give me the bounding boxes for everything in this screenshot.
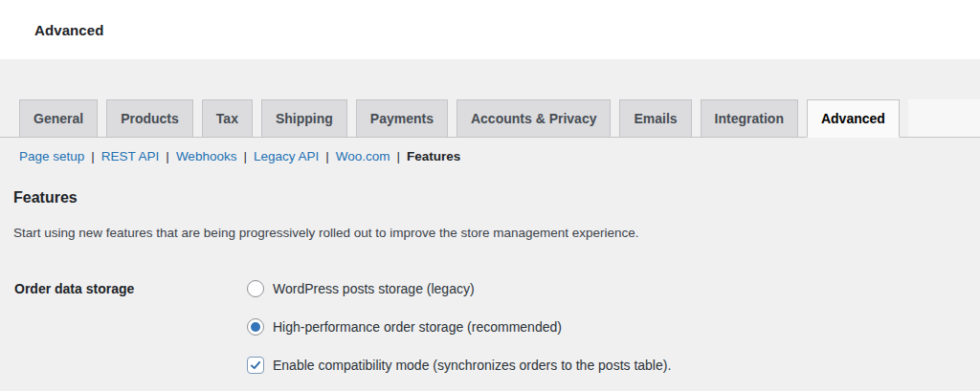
tab-emails[interactable]: Emails [619, 99, 691, 138]
option-label[interactable]: WordPress posts storage (legacy) [273, 281, 475, 296]
order-data-storage-options: WordPress posts storage (legacy)High-per… [247, 280, 671, 374]
subnav-separator: | [166, 149, 169, 163]
tab-general[interactable]: General [19, 99, 98, 138]
section-description: Start using new features that are being … [13, 226, 980, 240]
settings-page-body: GeneralProductsTaxShippingPaymentsAccoun… [0, 59, 980, 391]
subnav-separator: | [243, 149, 247, 163]
option-label[interactable]: Enable compatibility mode (synchronizes … [273, 358, 671, 373]
option-row-enable-compatibility-mode-synchronizes-orders-to-the-posts-table[interactable]: Enable compatibility mode (synchronizes … [247, 357, 671, 374]
tab-integration[interactable]: Integration [701, 99, 798, 138]
option-row-wordpress-posts-storage-legacy[interactable]: WordPress posts storage (legacy) [247, 280, 671, 297]
subnav-separator: | [397, 149, 401, 163]
section-heading: Features [13, 189, 980, 206]
subnav-separator: | [325, 149, 329, 163]
checkmark-icon [249, 358, 262, 372]
option-label[interactable]: High-performance order storage (recommen… [273, 319, 562, 335]
tab-advanced[interactable]: Advanced [807, 99, 900, 138]
tab-payments[interactable]: Payments [356, 99, 448, 138]
tab-shipping[interactable]: Shipping [261, 99, 347, 138]
checkbox-enable-compatibility-mode-synchronizes-orders-to-the-posts-table[interactable] [247, 357, 264, 374]
settings-tabs: GeneralProductsTaxShippingPaymentsAccoun… [0, 59, 980, 138]
admin-header: Advanced [0, 0, 980, 59]
subnav-link-woo-com[interactable]: Woo.com [336, 149, 390, 163]
radio-wordpress-posts-storage-legacy[interactable] [247, 280, 264, 297]
subnav-link-features[interactable]: Features [407, 149, 460, 163]
field-label-order-data-storage: Order data storage [14, 280, 247, 374]
tab-tax[interactable]: Tax [202, 99, 253, 138]
radio-high-performance-order-storage-recommended[interactable] [247, 318, 264, 336]
option-row-high-performance-order-storage-recommended[interactable]: High-performance order storage (recommen… [247, 318, 671, 336]
tab-accounts-privacy[interactable]: Accounts & Privacy [457, 99, 612, 138]
subnav-link-webhooks[interactable]: Webhooks [176, 149, 237, 163]
page-title: Advanced [34, 22, 104, 38]
subnav-link-page-setup[interactable]: Page setup [19, 149, 84, 163]
order-data-storage-row: Order data storage WordPress posts stora… [0, 280, 980, 374]
subnav-separator: | [91, 149, 95, 163]
tab-products[interactable]: Products [106, 99, 193, 138]
subnav-link-legacy-api[interactable]: Legacy API [254, 149, 319, 163]
settings-subnav: Page setup|REST API|Webhooks|Legacy API|… [0, 138, 980, 163]
subnav-link-rest-api[interactable]: REST API [101, 149, 160, 163]
tab-row-filler [908, 99, 980, 138]
